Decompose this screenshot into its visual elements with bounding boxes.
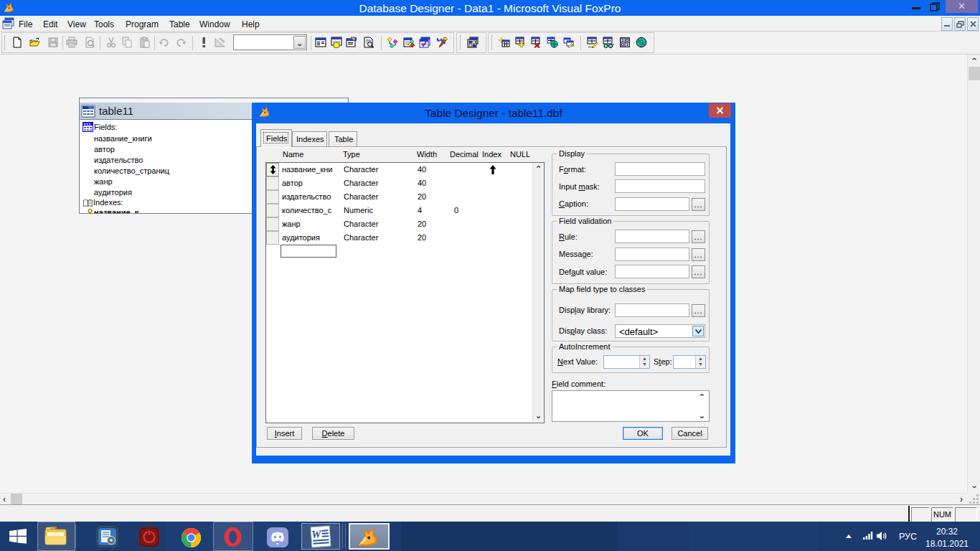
svg-text:1: 1 <box>622 38 624 42</box>
svg-text:1: 1 <box>626 42 628 47</box>
